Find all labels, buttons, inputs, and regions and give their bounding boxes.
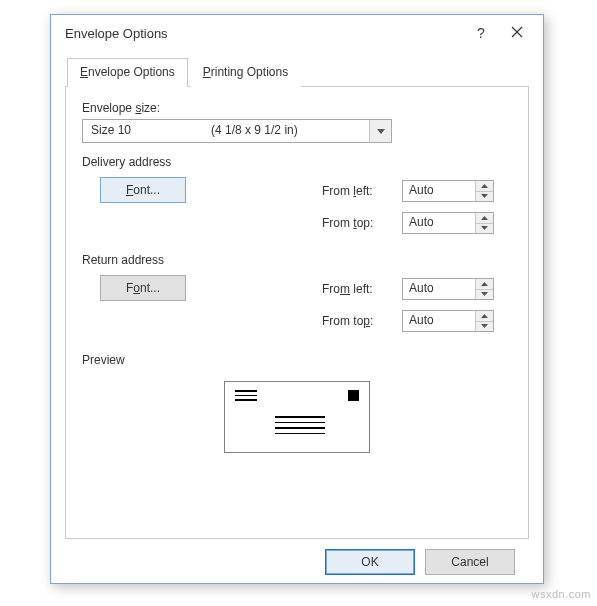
- tab-envelope-options[interactable]: Envelope Options: [67, 58, 188, 87]
- return-address-title: Return address: [82, 253, 512, 267]
- delivery-from-top-value: Auto: [403, 213, 475, 233]
- envelope-options-dialog: Envelope Options ? Envelope Options Prin…: [50, 14, 544, 584]
- help-button[interactable]: ?: [463, 19, 499, 47]
- spinner-arrows: [475, 279, 493, 299]
- dialog-title: Envelope Options: [65, 26, 463, 41]
- return-address-group: Return address Font... From left: Auto: [82, 253, 512, 339]
- return-from-left-label: From left:: [322, 282, 396, 296]
- delivery-font-button[interactable]: Font...: [100, 177, 186, 203]
- close-icon: [511, 26, 523, 41]
- spin-up-icon[interactable]: [476, 311, 493, 321]
- spin-up-icon[interactable]: [476, 181, 493, 191]
- preview-return-address-icon: [235, 390, 257, 404]
- spinner-arrows: [475, 311, 493, 331]
- watermark: wsxdn.com: [531, 588, 591, 600]
- preview-delivery-address-icon: [275, 416, 325, 438]
- ok-button[interactable]: OK: [325, 549, 415, 575]
- delivery-from-left-value: Auto: [403, 181, 475, 201]
- spin-down-icon[interactable]: [476, 223, 493, 234]
- return-from-left-spinner[interactable]: Auto: [402, 278, 494, 300]
- envelope-size-label: Envelope size:: [82, 101, 512, 115]
- delivery-from-top-spinner[interactable]: Auto: [402, 212, 494, 234]
- dialog-content: Envelope Options Printing Options Envelo…: [51, 51, 543, 587]
- spin-down-icon[interactable]: [476, 321, 493, 332]
- preview-stamp-icon: [348, 390, 359, 401]
- delivery-address-group: Delivery address Font... From left: Auto: [82, 155, 512, 241]
- delivery-from-top-label: From top:: [322, 216, 396, 230]
- envelope-size-combo[interactable]: Size 10 (4 1/8 x 9 1/2 in): [82, 119, 392, 143]
- chevron-down-icon: [369, 120, 391, 142]
- return-from-left-value: Auto: [403, 279, 475, 299]
- envelope-preview: [224, 381, 370, 453]
- cancel-button[interactable]: Cancel: [425, 549, 515, 575]
- return-from-top-spinner[interactable]: Auto: [402, 310, 494, 332]
- envelope-size-value: Size 10 (4 1/8 x 9 1/2 in): [83, 120, 369, 142]
- spin-down-icon[interactable]: [476, 191, 493, 202]
- return-from-top-label: From top:: [322, 314, 396, 328]
- spinner-arrows: [475, 213, 493, 233]
- envelope-options-panel: Envelope size: Size 10 (4 1/8 x 9 1/2 in…: [65, 87, 529, 539]
- help-icon: ?: [477, 25, 485, 41]
- return-font-button[interactable]: Font...: [100, 275, 186, 301]
- titlebar: Envelope Options ?: [51, 15, 543, 51]
- spin-up-icon[interactable]: [476, 279, 493, 289]
- tabstrip: Envelope Options Printing Options: [65, 57, 529, 87]
- spinner-arrows: [475, 181, 493, 201]
- preview-title: Preview: [82, 353, 512, 367]
- return-from-top-value: Auto: [403, 311, 475, 331]
- delivery-from-left-spinner[interactable]: Auto: [402, 180, 494, 202]
- delivery-address-title: Delivery address: [82, 155, 512, 169]
- preview-group: Preview: [82, 353, 512, 453]
- tab-printing-options[interactable]: Printing Options: [190, 58, 301, 87]
- dialog-footer: OK Cancel: [65, 539, 529, 575]
- delivery-from-left-label: From left:: [322, 184, 396, 198]
- close-button[interactable]: [499, 19, 535, 47]
- spin-down-icon[interactable]: [476, 289, 493, 300]
- spin-up-icon[interactable]: [476, 213, 493, 223]
